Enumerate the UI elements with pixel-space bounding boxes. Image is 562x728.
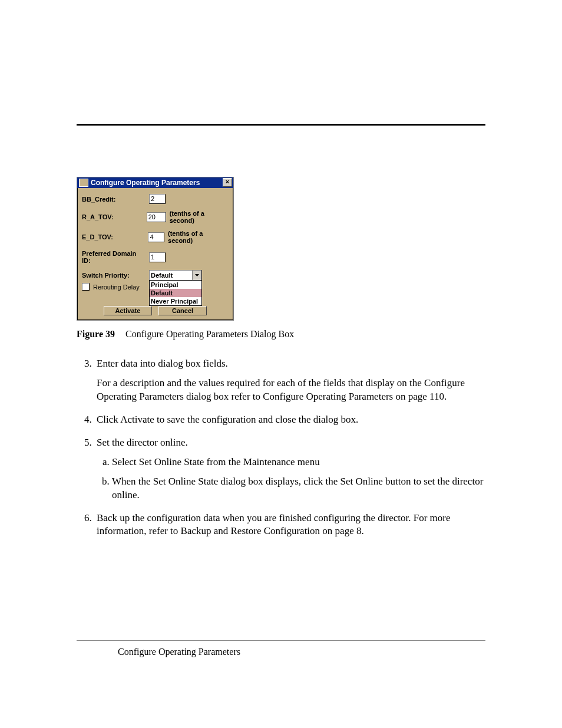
label-bb-credit: BB_Credit: bbox=[82, 196, 146, 203]
input-bb-credit[interactable]: 2 bbox=[149, 194, 166, 204]
select-value: Default bbox=[151, 272, 173, 279]
system-menu-icon bbox=[79, 179, 88, 187]
step-3-lead: Enter data into dialog box fields. bbox=[97, 358, 228, 369]
close-icon[interactable]: × bbox=[223, 178, 232, 187]
svg-marker-0 bbox=[195, 274, 199, 276]
row-pref-domain: Preferred Domain ID: 1 bbox=[82, 250, 229, 264]
dialog-titlebar: Configure Operating Parameters × bbox=[77, 177, 233, 188]
step-5: Set the director online. Select Set Onli… bbox=[94, 436, 485, 502]
config-params-dialog: Configure Operating Parameters × BB_Cred… bbox=[77, 177, 234, 321]
row-bb-credit: BB_Credit: 2 bbox=[82, 194, 229, 204]
step-3: Enter data into dialog box fields. For a… bbox=[94, 357, 485, 404]
select-switch-priority[interactable]: Default Principal Default Never Principa… bbox=[149, 270, 202, 281]
row-ed-tov: E_D_TOV: 4 (tenths of a second) bbox=[82, 230, 229, 244]
option-principal[interactable]: Principal bbox=[150, 281, 201, 289]
label-ed-tov: E_D_TOV: bbox=[82, 233, 144, 241]
checkbox-rerouting-delay[interactable] bbox=[82, 283, 90, 291]
dialog-title: Configure Operating Parameters bbox=[91, 179, 220, 187]
step-5-sublist: Select Set Online State from the Mainten… bbox=[97, 456, 485, 502]
figure-text: Configure Operating Parameters Dialog Bo… bbox=[125, 329, 294, 339]
content-area: Configure Operating Parameters × BB_Cred… bbox=[77, 177, 485, 538]
page: Configure Operating Parameters × BB_Cred… bbox=[0, 0, 562, 728]
input-ra-tov[interactable]: 20 bbox=[147, 212, 166, 222]
row-ra-tov: R_A_TOV: 20 (tenths of a second) bbox=[82, 210, 229, 224]
header-rule bbox=[77, 124, 485, 126]
chevron-down-icon bbox=[192, 271, 201, 280]
step-5a: Select Set Online State from the Mainten… bbox=[112, 456, 485, 469]
step-5b: When the Set Online State dialog box dis… bbox=[112, 475, 485, 502]
step-4: Click Activate to save the configuration… bbox=[94, 413, 485, 427]
input-ed-tov[interactable]: 4 bbox=[148, 232, 164, 242]
page-footer: Configure Operating Parameters bbox=[77, 640, 485, 657]
option-default[interactable]: Default bbox=[150, 289, 201, 297]
option-never-principal[interactable]: Never Principal bbox=[150, 297, 201, 305]
label-ra-tov: R_A_TOV: bbox=[82, 213, 143, 220]
step-5-lead: Set the director online. bbox=[97, 437, 188, 448]
figure-caption: Figure 39 Configure Operating Parameters… bbox=[77, 329, 485, 340]
dropdown-list: Principal Default Never Principal bbox=[149, 280, 202, 306]
row-switch-priority: Switch Priority: Default Principal Defau… bbox=[82, 270, 229, 281]
step-list: Enter data into dialog box fields. For a… bbox=[77, 357, 485, 538]
cancel-button[interactable]: Cancel bbox=[158, 306, 207, 315]
footer-text: Configure Operating Parameters bbox=[118, 647, 485, 657]
label-switch-priority: Switch Priority: bbox=[82, 272, 146, 279]
unit-ra-tov: (tenths of a second) bbox=[170, 210, 229, 224]
figure-label: Figure 39 bbox=[77, 329, 115, 339]
step-3-para: For a description and the values require… bbox=[97, 377, 485, 404]
step-6: Back up the configuration data when you … bbox=[94, 512, 485, 539]
unit-ed-tov: (tenths of a second) bbox=[168, 230, 229, 244]
label-pref-domain: Preferred Domain ID: bbox=[82, 250, 146, 264]
label-rerouting-delay: Rerouting Delay bbox=[93, 284, 140, 291]
input-pref-domain[interactable]: 1 bbox=[149, 252, 166, 262]
activate-button[interactable]: Activate bbox=[104, 306, 152, 315]
dialog-body: BB_Credit: 2 R_A_TOV: 20 (tenths of a se… bbox=[77, 188, 233, 320]
